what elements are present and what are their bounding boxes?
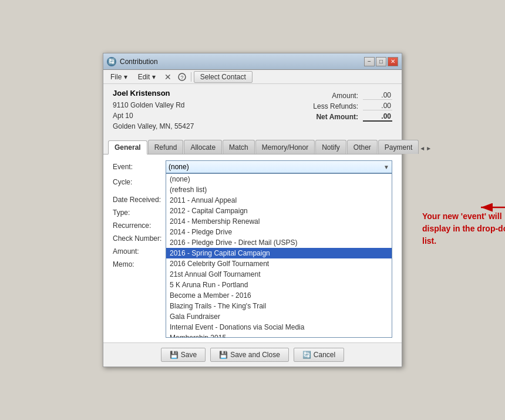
maximize-button[interactable]: □ (376, 57, 386, 66)
date-received-label: Date Received: (113, 196, 166, 204)
window-icon: 🔄 (107, 57, 116, 66)
dropdown-item[interactable]: 2012 - Capital Campaign (166, 206, 392, 216)
dropdown-item[interactable]: Membership 2015 (166, 332, 392, 338)
tab-payment[interactable]: Payment (378, 140, 419, 154)
amount-label: Amount: (305, 92, 358, 100)
dropdown-item[interactable]: 2016 Celebrity Golf Tournament (166, 258, 392, 269)
save-close-label: Save and Close (230, 351, 280, 359)
main-window: 🔄 Contribution − □ ✕ File ▾ Edit ▾ ✕ ? S… (103, 53, 402, 367)
dropdown-item[interactable]: Internal Event - Donations via Social Me… (166, 322, 392, 332)
cancel-button[interactable]: 🔄 Cancel (294, 348, 344, 362)
memo-label: Memo: (113, 260, 166, 268)
tab-notify[interactable]: Notify (315, 140, 346, 154)
type-label: Type: (113, 209, 166, 217)
dropdown-item[interactable]: 2016 - Pledge Drive - Direct Mail (USPS) (166, 237, 392, 248)
window-controls: − □ ✕ (364, 57, 398, 66)
address-line3: Golden Valley, MN, 55427 (113, 121, 305, 132)
title-bar: 🔄 Contribution − □ ✕ (103, 53, 402, 70)
dropdown-list: (none)(refresh list)2011 - Annual Appeal… (166, 173, 392, 338)
cancel-icon: 🔄 (302, 351, 311, 359)
save-close-icon: 💾 (219, 351, 228, 359)
net-amount-label: Net Amount: (305, 113, 358, 121)
tabs-container: General Refund Allocate Match Memory/Hon… (103, 136, 402, 154)
tab-list: General Refund Allocate Match Memory/Hon… (108, 140, 397, 154)
tab-match[interactable]: Match (223, 140, 255, 154)
address-line2: Apt 10 (113, 110, 305, 121)
amounts-info: Amount: .00 Less Refunds: .00 Net Amount… (305, 89, 392, 132)
dropdown-item[interactable]: 21st Annual Golf Tournament (166, 269, 392, 280)
dropdown-selected-text: (none) (169, 163, 189, 171)
dropdown-item[interactable]: 2014 - Pledge Drive (166, 227, 392, 237)
close-button[interactable]: ✕ (388, 57, 398, 66)
contact-info: Joel Kristenson 9110 Golden Valley Rd Ap… (113, 89, 305, 132)
amount-value: .00 (363, 91, 392, 100)
event-dropdown-wrapper: (none) ▼ (none)(refresh list)2011 - Annu… (166, 160, 392, 173)
dropdown-item[interactable]: 2011 - Annual Appeal (166, 195, 392, 206)
cycle-label: Cycle: (113, 178, 166, 186)
tab-refund[interactable]: Refund (148, 140, 184, 154)
window-title: Contribution (120, 58, 364, 66)
tab-other[interactable]: Other (347, 140, 378, 154)
close-icon-btn[interactable]: ✕ (161, 71, 174, 83)
minimize-button[interactable]: − (364, 57, 375, 66)
select-contact-button[interactable]: Select Contact (194, 71, 253, 83)
file-menu[interactable]: File ▾ (106, 72, 132, 82)
annotation-text: Your new 'event' will display in the dro… (422, 210, 505, 247)
tab-memory-honor[interactable]: Memory/Honor (255, 140, 315, 154)
dropdown-item[interactable]: (refresh list) (166, 184, 392, 195)
event-dropdown[interactable]: (none) ▼ (166, 160, 392, 173)
dropdown-item[interactable]: 2016 - Spring Capital Campaign (166, 248, 392, 258)
event-field: (none) ▼ (none)(refresh list)2011 - Annu… (166, 160, 392, 173)
svg-text:?: ? (180, 75, 183, 80)
form-area: Event: (none) ▼ (none)(refresh list)2011… (103, 154, 402, 342)
save-icon: 💾 (170, 351, 179, 359)
less-refunds-label: Less Refunds: (305, 102, 358, 110)
event-row: Event: (none) ▼ (none)(refresh list)2011… (113, 160, 392, 173)
contact-amounts-row: Joel Kristenson 9110 Golden Valley Rd Ap… (103, 84, 402, 136)
save-button[interactable]: 💾 Save (161, 348, 206, 362)
address-line1: 9110 Golden Valley Rd (113, 100, 305, 110)
dropdown-item[interactable]: 2014 - Membership Renewal (166, 216, 392, 227)
contact-name: Joel Kristenson (113, 89, 305, 98)
tab-general[interactable]: General (108, 140, 147, 154)
menu-divider (191, 72, 191, 82)
cancel-label: Cancel (314, 351, 335, 359)
amount-field-label: Amount: (113, 247, 166, 256)
net-amount-value: .00 (363, 112, 392, 122)
net-amount-row: Net Amount: .00 (305, 112, 392, 122)
contact-address: 9110 Golden Valley Rd Apt 10 Golden Vall… (113, 100, 305, 132)
menu-bar: File ▾ Edit ▾ ✕ ? Select Contact (103, 70, 402, 84)
dropdown-item[interactable]: Become a Member - 2016 (166, 290, 392, 301)
help-icon-btn[interactable]: ? (176, 71, 188, 83)
dropdown-item[interactable]: 5 K Aruna Run - Portland (166, 280, 392, 290)
edit-menu[interactable]: Edit ▾ (133, 72, 160, 82)
tab-scroll-left[interactable]: ► (426, 142, 432, 154)
recurrence-label: Recurrence: (113, 221, 166, 230)
tab-allocate[interactable]: Allocate (184, 140, 222, 154)
amount-row: Amount: .00 (305, 91, 392, 100)
dropdown-item[interactable]: Gala Fundraiser (166, 311, 392, 322)
less-refunds-row: Less Refunds: .00 (305, 102, 392, 110)
tab-scroll-right[interactable]: ◄ (419, 142, 425, 154)
save-close-button[interactable]: 💾 Save and Close (210, 348, 289, 362)
dropdown-arrow-icon: ▼ (383, 164, 389, 170)
save-label: Save (181, 351, 197, 359)
check-number-label: Check Number: (113, 234, 166, 243)
bottom-bar: 💾 Save 💾 Save and Close 🔄 Cancel (103, 342, 402, 367)
dropdown-item[interactable]: (none) (166, 174, 392, 184)
event-label: Event: (113, 163, 166, 171)
dropdown-item[interactable]: Blazing Trails - The King's Trail (166, 301, 392, 311)
less-refunds-value: .00 (363, 102, 392, 110)
